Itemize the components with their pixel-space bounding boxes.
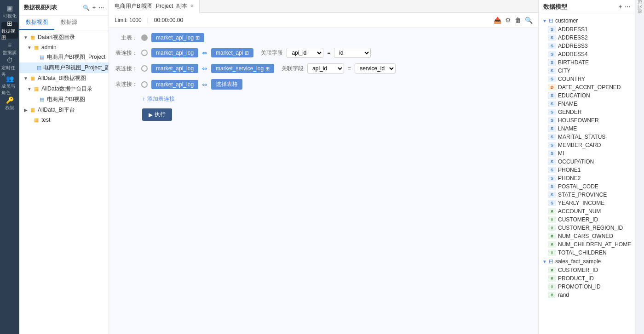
tree-item-datart[interactable]: ▼ ▦ Datart视图目录	[19, 32, 109, 43]
dm-field-occupation: SOCCUPATION	[539, 158, 635, 166]
search-toolbar-icon[interactable]: 🔍	[525, 17, 533, 24]
run-button[interactable]: ▶ 执行	[142, 108, 172, 121]
tab-datasource[interactable]: 数据源	[54, 16, 84, 30]
far-right-icon-col[interactable]: 列	[636, 12, 644, 14]
dm-field-label-address1: ADDRESS1	[558, 26, 588, 33]
tab-close-icon[interactable]: ✕	[190, 4, 194, 9]
dataview-icon: ⊞	[7, 20, 12, 27]
limit-label: Limit: 1000	[115, 17, 142, 23]
search-icon[interactable]: 🔍	[83, 5, 90, 11]
add-icon[interactable]: +	[92, 5, 96, 11]
main-tab-label: 电商用户BI视图_Project_副本	[115, 2, 187, 10]
dm-field-num_children_at_home: #NUM_CHILDREN_AT_HOME	[539, 240, 635, 249]
tree-item-project2[interactable]: ▶ ▤ 电商用户BI视图_Project_副本	[19, 62, 109, 73]
add-connect-label: 添加表连接	[147, 95, 175, 103]
folder-icon-alldata-platform: ▦	[29, 107, 36, 113]
tree-item-alldata-view[interactable]: ▶ ▤ 电商用户BI视图	[19, 94, 109, 105]
settings-icon[interactable]: ⚙	[505, 17, 511, 24]
schedule-icon: ⏱	[6, 57, 13, 64]
add-connect-button[interactable]: + 添加表连接	[142, 95, 533, 103]
join-connect-icon-0[interactable]: ⇔	[202, 49, 207, 57]
join-left-field-select-1[interactable]: api_id	[307, 63, 344, 74]
join-right-name-0: market_api	[216, 50, 243, 56]
join-left-table-2[interactable]: market_api_log	[151, 80, 198, 89]
dm-field-type-birthdate: S	[548, 59, 556, 66]
tree-arrow-alldata: ▼	[23, 76, 29, 81]
dm-field-type-date_accnt_opened: D	[548, 84, 556, 91]
tab-dataview[interactable]: 数据视图	[19, 16, 54, 30]
dm-field-type-phone1: S	[548, 167, 556, 173]
tree-label-alldata-view: 电商用户BI视图	[47, 96, 85, 103]
main-tab-project2[interactable]: 电商用户BI视图_Project_副本 ✕	[109, 0, 200, 13]
join-row-2: 表连接： market_api_log ⇔ 选择表格	[115, 79, 533, 90]
dm-field-postal_code: SPOSTAL_CODE	[539, 182, 635, 191]
tree-arrow-alldata-catalog: ▼	[27, 86, 32, 92]
far-right-icon-perm[interactable]: 权	[636, 17, 644, 18]
nav-tree: ▼ ▦ Datart视图目录 ▼ ▦ admin ▶ ▤ 电商用户BI视图_Pr…	[19, 30, 109, 334]
delete-icon[interactable]: 🗑	[515, 17, 521, 24]
tree-item-project1[interactable]: ▶ ▤ 电商用户BI视图_Project	[19, 52, 109, 62]
dm-field-type-address3: S	[548, 43, 556, 49]
tree-arrow-datart: ▼	[23, 35, 29, 40]
time-label: 00:00:00.00	[154, 17, 183, 23]
join-right-table-0[interactable]: market_api ⊞	[211, 48, 253, 57]
dm-field-address3: SADDRESS3	[539, 42, 635, 50]
dm-field-mi: SMI	[539, 149, 635, 158]
dm-section-sales[interactable]: ▼ ⊟ sales_fact_sample	[539, 257, 635, 266]
dm-field-customer_id: #CUSTOMER_ID	[539, 215, 635, 224]
nav-panel-header-icons: 🔍 + ⋯	[83, 5, 104, 11]
join-connect-icon-2[interactable]: ⇔	[202, 81, 207, 88]
left-sidebar: ▣ 可视化 ⊞ 数据视图 ≡ 数据源 ⏱ 定时任务 👥 成员与角色 🔑 权限	[0, 0, 19, 334]
dm-field-customer_region_id: #CUSTOMER_REGION_ID	[539, 224, 635, 232]
far-right-icon-data[interactable]: 数	[636, 3, 644, 5]
tree-item-alldata-platform[interactable]: ▶ ▦ AllData_BI平台	[19, 105, 109, 115]
query-area: 主表： market_api_log ⊞ 表连接： market_api_log…	[109, 28, 538, 334]
join-right-field-select-1[interactable]: service_id	[355, 63, 396, 74]
key-field-label-0: 关联字段	[261, 49, 283, 57]
more-icon[interactable]: ⋯	[98, 5, 104, 11]
dm-field-type-sales-rand: #	[548, 292, 556, 298]
main-table-label: 主表：	[115, 34, 138, 42]
tree-item-test[interactable]: ▶ ▦ test	[19, 115, 109, 125]
join-connect-icon-1[interactable]: ⇔	[202, 65, 207, 72]
sidebar-item-visualization[interactable]: ▣ 可视化	[1, 4, 18, 20]
sidebar-item-schedule[interactable]: ⏱ 定时任务	[1, 59, 18, 75]
dm-field-type-sales-customer_id: #	[548, 267, 556, 273]
dm-field-type-sales-product_id: #	[548, 275, 556, 282]
tree-label-admin: admin	[41, 44, 57, 51]
run-label: 执行	[155, 111, 166, 119]
join-circle-2	[141, 81, 148, 88]
choose-table-button[interactable]: 选择表格	[211, 79, 242, 90]
members-icon: 👥	[6, 75, 14, 82]
tree-item-alldata-catalog[interactable]: ▼ ▦ AllData数据中台目录	[19, 84, 109, 94]
sidebar-item-dataview-label: 数据视图	[1, 28, 18, 41]
join-left-table-1[interactable]: market_api_log	[151, 64, 198, 73]
dm-field-phone2: SPHONE2	[539, 174, 635, 182]
dm-field-address1: SADDRESS1	[539, 25, 635, 34]
dm-field-label-lname: LNAME	[558, 125, 577, 132]
join-right-table-1[interactable]: market_service_log ⊞	[211, 64, 274, 73]
sidebar-item-permissions[interactable]: 🔑 权限	[1, 96, 18, 112]
dm-field-type-num_children_at_home: #	[548, 241, 556, 248]
tree-label-project1: 电商用户BI视图_Project	[47, 53, 105, 61]
far-right-icon-table[interactable]: 据	[636, 7, 644, 9]
data-model-more-icon[interactable]: ⋯	[625, 4, 630, 10]
table-icon-alldata-view: ▤	[39, 96, 45, 103]
join-left-table-0[interactable]: market_api_log	[151, 48, 198, 57]
sidebar-item-datasource-label: 数据源	[3, 50, 17, 56]
tree-item-admin[interactable]: ▼ ▦ admin	[19, 43, 109, 52]
join-left-name-1: market_api_log	[156, 65, 194, 72]
sidebar-item-datasource[interactable]: ≡ 数据源	[1, 40, 18, 57]
dm-field-date_accnt_opened: DDATE_ACCNT_OPENED	[539, 83, 635, 91]
nav-panel: 数据视图列表 🔍 + ⋯ 数据视图 数据源 ▼ ▦ Datart视图目录 ▼ ▦…	[19, 0, 109, 334]
join-left-field-select-0[interactable]: api_id	[287, 48, 323, 58]
dm-section-customer[interactable]: ▼ ⊟ customer	[539, 16, 635, 25]
main-table-tag[interactable]: market_api_log ⊞	[151, 33, 204, 42]
sidebar-item-dataview[interactable]: ⊞ 数据视图	[1, 22, 18, 39]
sidebar-item-members[interactable]: 👥 成员与角色	[1, 77, 18, 94]
join-right-field-select-0[interactable]: id	[334, 48, 371, 58]
data-model-add-icon[interactable]: +	[619, 4, 622, 10]
export-icon[interactable]: 📤	[494, 17, 501, 24]
tree-item-alldata[interactable]: ▼ ▦ AllData_BI数据视图	[19, 73, 109, 84]
dm-field-type-customer_id: #	[548, 216, 556, 223]
